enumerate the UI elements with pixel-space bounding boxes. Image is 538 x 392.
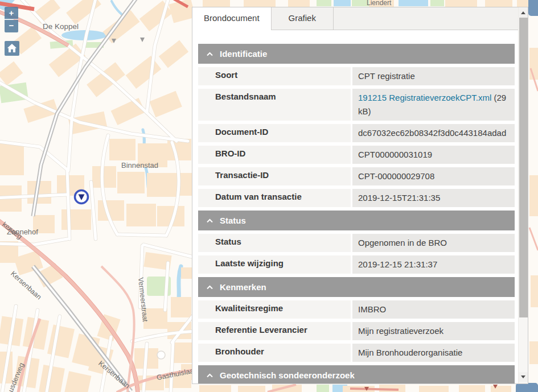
row-label: Kwaliteitsregime xyxy=(198,300,351,319)
tab-grafiek[interactable]: Grafiek xyxy=(272,7,334,30)
table-row: BronhouderMijn Bronhouderorganisatie xyxy=(198,344,515,362)
row-value: CPT registratie xyxy=(358,71,415,81)
map-marker[interactable] xyxy=(73,188,90,205)
row-label: Document-ID xyxy=(198,124,351,142)
row-label: Laatste wijziging xyxy=(198,255,351,274)
row-value-cell: 2019-12-15 21:31:37 xyxy=(352,255,515,274)
collapse-icon xyxy=(207,52,213,56)
row-value-cell: CPT000000031019 xyxy=(352,146,515,164)
row-value-cell: CPT-000000029708 xyxy=(352,167,515,185)
tab-brondocument[interactable]: Brondocument xyxy=(192,7,272,30)
table-row: StatusOpgenomen in de BRO xyxy=(198,234,515,252)
file-download-link[interactable]: 191215 RegistratieverzoekCPT.xml xyxy=(358,93,491,102)
row-value: 2019-12-15T21:31:35 xyxy=(358,193,440,203)
table-row: Referentie LeverancierMijn registratieve… xyxy=(198,322,515,340)
table-row: Laatste wijziging2019-12-15 21:31:37 xyxy=(198,255,515,274)
row-value-cell: 2019-12-15T21:31:35 xyxy=(352,189,515,207)
section-title: Geotechnisch sondeeronderzoek xyxy=(220,370,355,380)
row-value-cell: Mijn Bronhouderorganisatie xyxy=(352,344,515,362)
section-header[interactable]: Identificatie xyxy=(198,44,515,64)
map-label-de-koppel: De Koppel xyxy=(43,22,79,31)
row-value-cell: IMBRO xyxy=(352,300,515,319)
row-label: Datum van transactie xyxy=(198,189,351,207)
map-label-binnenstad: Binnenstad xyxy=(121,161,158,170)
row-label: Referentie Leverancier xyxy=(198,322,351,340)
table-row: Datum van transactie2019-12-15T21:31:35 xyxy=(198,189,515,207)
tab-bar: Brondocument Grafiek xyxy=(192,7,528,30)
scroll-down-icon xyxy=(521,376,525,378)
section-header[interactable]: Kenmerken xyxy=(198,277,515,297)
table-row: SoortCPT registratie xyxy=(198,67,515,85)
scroll-up-button[interactable] xyxy=(519,8,528,18)
table-row: KwaliteitsregimeIMBRO xyxy=(198,300,515,319)
section-title: Status xyxy=(220,216,246,225)
map-label-liendert: Liendert xyxy=(367,0,392,7)
edge-control-bottom-right[interactable] xyxy=(516,383,538,392)
row-value: Mijn Bronhouderorganisatie xyxy=(358,348,462,357)
home-icon xyxy=(7,43,17,53)
zoom-out-button[interactable]: − xyxy=(5,20,18,32)
section-title: Identificatie xyxy=(220,49,267,59)
table-row: Bestandsnaam191215 RegistratieverzoekCPT… xyxy=(198,89,515,121)
row-value-cell: dc67032ec62b08342f3d0c443184adad xyxy=(352,124,515,142)
home-button[interactable] xyxy=(5,41,19,56)
table-row: Transactie-IDCPT-000000029708 xyxy=(198,167,515,185)
row-value: IMBRO xyxy=(358,304,386,314)
row-label: Bestandsnaam xyxy=(198,89,351,121)
panel-scrollbar[interactable] xyxy=(518,7,528,383)
row-label: Transactie-ID xyxy=(198,167,351,185)
row-value-cell: Opgenomen in de BRO xyxy=(352,234,515,252)
collapse-icon xyxy=(207,373,213,378)
row-value: dc67032ec62b08342f3d0c443184adad xyxy=(358,128,506,138)
collapse-icon xyxy=(207,218,213,223)
row-label: Bronhouder xyxy=(198,344,351,362)
row-value-cell: CPT registratie xyxy=(352,67,515,85)
scroll-down-button[interactable] xyxy=(519,372,528,382)
section-header[interactable]: Status xyxy=(198,211,515,230)
zoom-in-button[interactable]: + xyxy=(5,7,18,19)
row-label: BRO-ID xyxy=(198,146,351,164)
row-value-cell: Mijn registratieverzoek xyxy=(352,322,515,340)
row-value: 2019-12-15 21:31:37 xyxy=(358,259,437,269)
broloket-viewer: De Koppel Binnenstad Zonnehof Liendert k… xyxy=(0,0,538,392)
row-label: Status xyxy=(198,234,351,252)
row-value: Opgenomen in de BRO xyxy=(358,238,447,247)
table-row: Document-IDdc67032ec62b08342f3d0c443184a… xyxy=(198,124,515,142)
row-label: Soort xyxy=(198,67,351,85)
scrollbar-thumb[interactable] xyxy=(519,18,528,317)
section-title: Kenmerken xyxy=(220,282,266,292)
collapse-icon xyxy=(207,285,213,290)
table-row: BRO-IDCPT000000031019 xyxy=(198,146,515,164)
row-value: CPT-000000029708 xyxy=(358,171,434,181)
row-value: CPT000000031019 xyxy=(358,150,432,159)
section-header[interactable]: Geotechnisch sondeeronderzoek xyxy=(198,365,515,383)
edge-control-top-right[interactable] xyxy=(528,0,538,16)
scroll-up-icon xyxy=(521,11,525,14)
detail-panel: Brondocument Grafiek IdentificatieSoortC… xyxy=(192,7,528,384)
row-value-cell: 191215 RegistratieverzoekCPT.xml (29 kB) xyxy=(352,89,515,121)
panel-content: IdentificatieSoortCPT registratieBestand… xyxy=(192,30,518,383)
detail-table: IdentificatieSoortCPT registratieBestand… xyxy=(198,44,515,383)
row-value: Mijn registratieverzoek xyxy=(358,326,443,336)
